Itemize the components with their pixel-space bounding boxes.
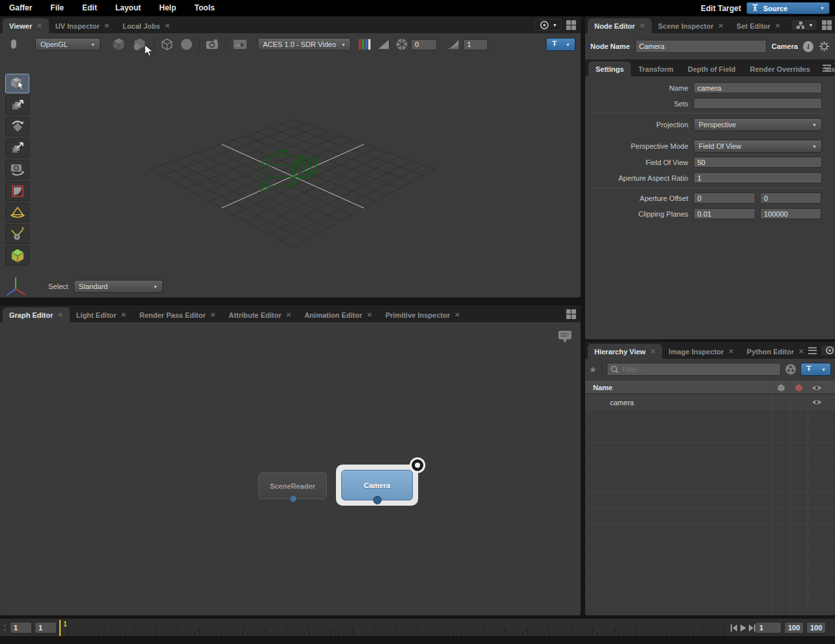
tab-render-overrides[interactable]: Render Overrides bbox=[743, 61, 817, 76]
node-output-port[interactable] bbox=[290, 495, 297, 502]
hierarchy-row-camera[interactable]: camera bbox=[585, 395, 835, 410]
viewer-follow-menu-button[interactable]: ▼ bbox=[535, 19, 562, 31]
playhead[interactable] bbox=[59, 620, 61, 636]
sphere-bound-icon[interactable] bbox=[177, 38, 196, 51]
timeline-current-frame-input[interactable] bbox=[35, 622, 57, 634]
tab-node-editor[interactable]: Node Editor✕ bbox=[588, 18, 652, 33]
colorspace-dropdown[interactable]: ACES 1.0 - SDR Video▼ bbox=[258, 38, 351, 51]
close-icon[interactable]: ✕ bbox=[37, 22, 42, 29]
node-name-input[interactable] bbox=[635, 40, 767, 53]
close-icon[interactable]: ✕ bbox=[650, 348, 656, 355]
hierarchy-follow-menu-button[interactable]: ▼ bbox=[821, 345, 835, 356]
tab-uv-inspector[interactable]: UV Inspector✕ bbox=[49, 18, 116, 33]
menu-gaffer[interactable]: Gaffer bbox=[0, 0, 41, 16]
expansion-mode-icon[interactable] bbox=[157, 37, 177, 52]
node-editor-follow-menu-button[interactable]: ▼ bbox=[791, 19, 817, 31]
menu-file[interactable]: File bbox=[41, 0, 73, 16]
edit-target-dropdown[interactable]: Source ▼ bbox=[746, 2, 830, 14]
node-output-port[interactable] bbox=[373, 496, 382, 504]
exposure-icon[interactable] bbox=[374, 38, 393, 50]
tab-transform[interactable]: Transform bbox=[631, 61, 680, 76]
tab-viewer[interactable]: Viewer✕ bbox=[3, 18, 49, 33]
close-icon[interactable]: ✕ bbox=[728, 348, 733, 355]
gamma-icon[interactable] bbox=[444, 38, 463, 50]
go-to-start-button[interactable] bbox=[731, 624, 738, 632]
frame-ruler[interactable] bbox=[68, 619, 727, 637]
hierarchy-empty-row[interactable] bbox=[585, 444, 835, 459]
close-icon[interactable]: ✕ bbox=[104, 22, 110, 29]
eye-column-icon[interactable] bbox=[812, 384, 822, 391]
clipping-near-input[interactable] bbox=[693, 208, 755, 219]
tab-list-menu-icon[interactable] bbox=[808, 347, 817, 354]
close-icon[interactable]: ✕ bbox=[286, 311, 291, 318]
hierarchy-empty-row[interactable] bbox=[585, 476, 835, 492]
aperture-offset-y-input[interactable] bbox=[760, 192, 821, 204]
exposure-input[interactable] bbox=[411, 39, 437, 50]
tab-graph-editor[interactable]: Graph Editor✕ bbox=[3, 307, 70, 322]
filter-input[interactable] bbox=[622, 365, 777, 373]
play-button[interactable] bbox=[740, 624, 747, 632]
tab-primitive-inspector[interactable]: Primitive Inspector✕ bbox=[379, 307, 466, 322]
tab-set-editor[interactable]: Set Editor✕ bbox=[730, 18, 787, 33]
graph-canvas[interactable]: SceneReader Camera bbox=[0, 322, 581, 615]
hierarchy-empty-row[interactable] bbox=[585, 542, 835, 557]
field-of-view-input[interactable] bbox=[693, 157, 822, 168]
annotation-icon[interactable] bbox=[556, 329, 574, 346]
gear-icon[interactable] bbox=[819, 40, 830, 52]
menu-help[interactable]: Help bbox=[150, 0, 185, 16]
light-tool-button[interactable] bbox=[5, 203, 29, 222]
hierarchy-empty-row[interactable] bbox=[585, 607, 835, 614]
scene-cube-column-icon[interactable] bbox=[776, 383, 786, 393]
sets-input[interactable] bbox=[693, 98, 822, 109]
tab-light-editor[interactable]: Light Editor✕ bbox=[70, 307, 133, 322]
info-icon[interactable]: i bbox=[803, 41, 813, 52]
scene-view-icon[interactable] bbox=[229, 38, 251, 51]
layout-menu-icon[interactable] bbox=[822, 20, 832, 30]
rotate-tool-button[interactable] bbox=[5, 117, 29, 136]
timeline-end-frame-input[interactable] bbox=[784, 622, 804, 634]
section-menu-icon[interactable] bbox=[823, 65, 831, 72]
pan-hand-icon[interactable] bbox=[5, 37, 23, 52]
close-icon[interactable]: ✕ bbox=[775, 22, 780, 29]
star-icon[interactable]: ★ bbox=[589, 365, 597, 375]
close-icon[interactable]: ✕ bbox=[121, 311, 126, 318]
camera-settings-icon[interactable] bbox=[202, 38, 223, 51]
layout-menu-icon[interactable] bbox=[566, 309, 576, 319]
node-scenereader[interactable]: SceneReader bbox=[258, 472, 327, 499]
tab-scene-inspector[interactable]: Scene Inspector✕ bbox=[652, 18, 730, 33]
aperture-aspect-ratio-input[interactable] bbox=[693, 172, 822, 183]
tab-python-editor[interactable]: Python Editor✕ bbox=[740, 344, 806, 359]
timeline-range-end-input[interactable] bbox=[806, 622, 826, 634]
exclude-cube-column-icon[interactable] bbox=[794, 383, 804, 393]
filter-settings-icon[interactable] bbox=[785, 363, 797, 375]
hierarchy-empty-row[interactable] bbox=[585, 590, 835, 606]
close-icon[interactable]: ✕ bbox=[718, 22, 723, 29]
tab-local-jobs[interactable]: Local Jobs✕ bbox=[116, 18, 177, 33]
tab-animation-editor[interactable]: Animation Editor✕ bbox=[298, 307, 379, 322]
perspective-mode-dropdown[interactable]: Field Of View▼ bbox=[693, 140, 822, 153]
light-position-tool-button[interactable] bbox=[5, 224, 29, 244]
camera-tool-button[interactable] bbox=[5, 160, 29, 179]
tab-depth-of-field[interactable]: Depth of Field bbox=[680, 61, 742, 76]
tab-attribute-editor[interactable]: Attribute Editor✕ bbox=[222, 307, 298, 322]
tab-settings[interactable]: Settings bbox=[588, 61, 631, 76]
hierarchy-pin-dropdown[interactable]: ▼ bbox=[800, 363, 831, 376]
projection-dropdown[interactable]: Perspective▼ bbox=[693, 118, 822, 131]
visualiser-tool-button[interactable] bbox=[5, 246, 29, 266]
select-tool-button[interactable] bbox=[5, 74, 29, 93]
viewer-pin-dropdown[interactable]: ▼ bbox=[546, 38, 575, 51]
crop-window-tool-button[interactable] bbox=[5, 181, 29, 201]
hierarchy-empty-row[interactable] bbox=[585, 411, 835, 427]
tab-image-inspector[interactable]: Image Inspector✕ bbox=[662, 344, 740, 359]
hierarchy-empty-row[interactable] bbox=[585, 493, 835, 508]
rgb-channels-icon[interactable] bbox=[355, 38, 374, 50]
timeline-frame-input[interactable] bbox=[755, 622, 782, 634]
close-icon[interactable]: ✕ bbox=[798, 348, 804, 355]
close-icon[interactable]: ✕ bbox=[210, 311, 215, 318]
tab-render-pass-editor[interactable]: Render Pass Editor✕ bbox=[133, 307, 222, 322]
clipping-far-input[interactable] bbox=[760, 208, 821, 219]
translate-tool-button[interactable] bbox=[5, 95, 29, 115]
close-icon[interactable]: ✕ bbox=[164, 22, 170, 29]
layout-menu-icon[interactable] bbox=[566, 20, 576, 30]
gamma-input[interactable] bbox=[463, 39, 488, 50]
